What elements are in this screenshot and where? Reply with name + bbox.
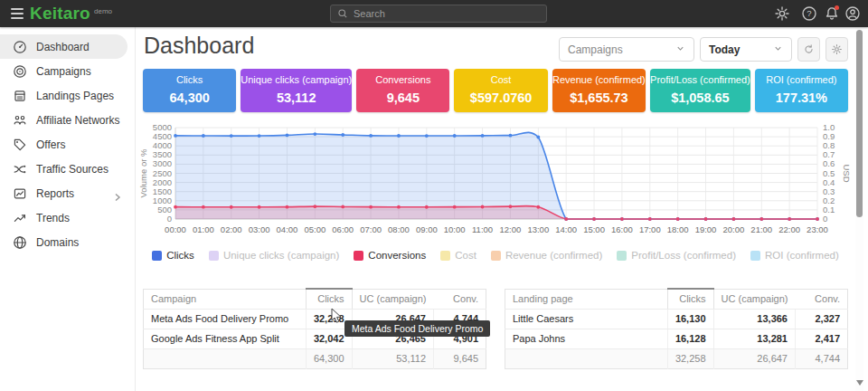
stat-card-label: Cost: [454, 74, 547, 85]
sidebar-item-offers[interactable]: Offers: [0, 132, 135, 157]
landing-pages-table: Landing pageClicksUC (campaign)Conv.Litt…: [505, 288, 848, 369]
stat-card-value: 9,645: [356, 91, 449, 105]
gauge-icon: [13, 40, 27, 54]
table-header-conv-[interactable]: Conv.: [796, 289, 848, 309]
svg-text:500: 500: [157, 205, 172, 215]
sidebar-item-domains[interactable]: Domains: [0, 230, 135, 254]
refresh-button[interactable]: [797, 37, 820, 62]
table-header-clicks[interactable]: Clicks: [306, 289, 352, 309]
stat-card-value: $1,058.65: [650, 91, 750, 105]
dashboard-controls: Campaigns Today: [559, 37, 848, 62]
table-row[interactable]: Little Caesars16,13013,3662,327: [505, 309, 848, 329]
sidebar-item-traffic-sources[interactable]: Traffic Sources: [0, 157, 135, 181]
legend-label: Cost: [455, 250, 476, 261]
svg-text:0.6: 0.6: [823, 158, 835, 168]
sidebar-item-dashboard[interactable]: Dashboard: [0, 34, 127, 59]
svg-text:06:00: 06:00: [332, 224, 354, 234]
date-range-select[interactable]: Today: [700, 37, 792, 62]
svg-text:11:00: 11:00: [472, 224, 493, 234]
table-total-row: 64,30053,1129,645: [144, 348, 486, 368]
chart-settings-button[interactable]: [826, 37, 848, 62]
sidebar-item-affiliate-networks[interactable]: Affiliate Networks: [0, 108, 135, 132]
page-scrollbar: [855, 27, 863, 391]
legend-item-conversions[interactable]: Conversions: [354, 250, 426, 261]
total-value: 32,258: [667, 348, 713, 368]
settings-icon[interactable]: [774, 5, 790, 22]
svg-text:0.5: 0.5: [823, 168, 835, 178]
traffic-icon: [13, 162, 27, 176]
trends-icon: [13, 211, 27, 225]
svg-text:4000: 4000: [153, 140, 172, 150]
campaign-filter-value: Campaigns: [568, 43, 623, 56]
table-header-name[interactable]: Landing page: [505, 289, 668, 309]
legend-label: Profit/Loss (confirmed): [631, 250, 736, 261]
sidebar-item-label: Offers: [36, 138, 65, 151]
sidebar-item-landings-pages[interactable]: Landings Pages: [0, 83, 135, 108]
svg-text:1.0: 1.0: [823, 122, 835, 132]
sidebar-nav: DashboardCampaignsLandings PagesAffiliat…: [0, 27, 136, 391]
scrollbar-thumb[interactable]: [856, 30, 863, 217]
search-box[interactable]: [330, 5, 547, 23]
svg-text:00:00: 00:00: [165, 224, 186, 234]
legend-item-profit-loss-confirmed-[interactable]: Profit/Loss (confirmed): [617, 250, 736, 261]
svg-text:1000: 1000: [153, 196, 172, 205]
stat-cards-row: Clicks64,300Unique clicks (campaign)53,1…: [143, 69, 848, 112]
stat-card-label: Profit/Loss (confirmed): [650, 74, 750, 85]
table-header-name[interactable]: Campaign: [144, 289, 307, 309]
legend-item-unique-clicks-campaign-[interactable]: Unique clicks (campaign): [209, 250, 339, 261]
legend-item-clicks[interactable]: Clicks: [152, 250, 194, 261]
stat-card-clicks: Clicks64,300: [143, 69, 236, 112]
table-row[interactable]: Papa Johns16,12813,2812,417: [505, 329, 848, 348]
svg-text:2500: 2500: [153, 168, 172, 178]
svg-text:21:00: 21:00: [750, 224, 772, 234]
total-value: 4,744: [796, 348, 848, 368]
svg-text:0.4: 0.4: [823, 177, 835, 187]
notification-dot: [835, 5, 839, 10]
search-input[interactable]: [354, 8, 540, 19]
table-header-uc-campaign-[interactable]: UC (campaign): [352, 289, 433, 309]
sidebar-item-campaigns[interactable]: Campaigns: [0, 59, 135, 83]
sidebar-item-trends[interactable]: Trends: [0, 205, 135, 230]
svg-text:17:00: 17:00: [639, 224, 661, 234]
campaign-filter-select[interactable]: Campaigns: [559, 37, 694, 62]
svg-text:0.1: 0.1: [823, 205, 835, 215]
notifications-bell-icon[interactable]: [824, 5, 840, 22]
stat-card-roi-confirmed-: ROI (confirmed)177.31%: [755, 69, 848, 112]
total-value: 26,647: [713, 348, 795, 368]
table-total-row: 32,25826,6474,744: [505, 348, 848, 368]
legend-item-roi-confirmed-[interactable]: ROI (confirmed): [750, 250, 839, 261]
svg-text:23:00: 23:00: [807, 224, 828, 234]
legend-label: Unique clicks (campaign): [223, 250, 339, 261]
legend-item-revenue-confirmed-[interactable]: Revenue (confirmed): [491, 250, 602, 261]
svg-text:1500: 1500: [153, 186, 172, 196]
row-value: 16,130: [667, 309, 713, 329]
svg-text:0.9: 0.9: [823, 131, 835, 141]
svg-text:05:00: 05:00: [304, 224, 326, 234]
total-value: 64,300: [306, 348, 352, 368]
stat-card-label: Conversions: [356, 74, 449, 85]
row-name: Papa Johns: [505, 329, 668, 348]
stat-card-label: Unique clicks (campaign): [241, 74, 352, 85]
sidebar-item-reports[interactable]: Reports: [0, 181, 135, 205]
svg-text:01:00: 01:00: [193, 224, 214, 234]
total-value: 53,112: [352, 348, 433, 368]
table-header-uc-campaign-[interactable]: UC (campaign): [713, 289, 795, 309]
legend-swatch: [491, 251, 501, 261]
table-header-conv-[interactable]: Conv.: [434, 289, 486, 309]
legend-label: Clicks: [166, 250, 194, 261]
legend-item-cost[interactable]: Cost: [440, 250, 476, 261]
svg-text:4500: 4500: [153, 131, 172, 141]
svg-text:07:00: 07:00: [360, 224, 382, 234]
svg-text:03:00: 03:00: [249, 224, 270, 234]
sidebar-item-label: Landings Pages: [36, 90, 114, 102]
target-icon: [13, 64, 27, 79]
date-range-value: Today: [709, 43, 740, 56]
table-header-clicks[interactable]: Clicks: [667, 289, 713, 309]
traffic-chart: 0500100015002000250030003500400045005000…: [137, 120, 854, 240]
scrollbar-down-arrow[interactable]: [856, 380, 863, 386]
help-icon[interactable]: ?: [801, 5, 817, 22]
stat-card-label: ROI (confirmed): [755, 74, 848, 85]
menu-toggle-icon[interactable]: [11, 8, 24, 19]
brand-demo-badge: demo: [94, 7, 112, 15]
account-icon[interactable]: [844, 5, 861, 22]
